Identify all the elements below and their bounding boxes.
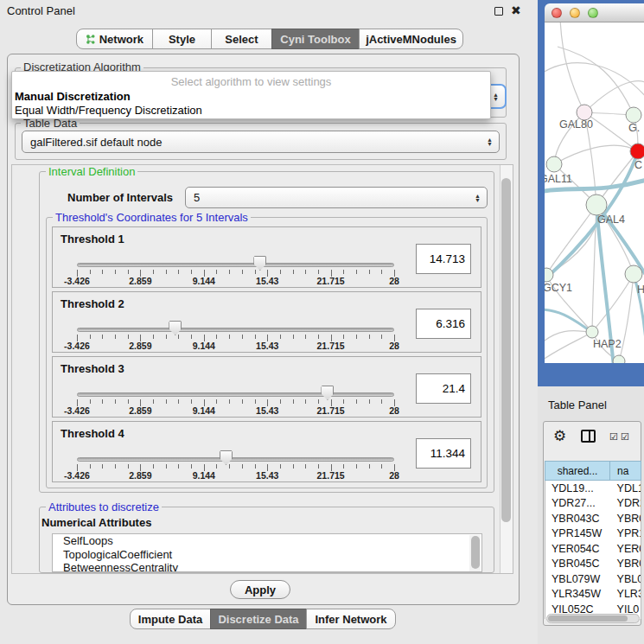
- cell-shared-name[interactable]: YBR043C: [545, 511, 610, 526]
- close-traffic-light-icon[interactable]: [552, 8, 562, 18]
- network-node-gal4[interactable]: [586, 194, 607, 215]
- close-icon[interactable]: ✖: [511, 3, 521, 17]
- network-view-canvas[interactable]: GAL80G.CGAL11GAL4GCY1HHAP2: [545, 22, 644, 363]
- cell-shared-name[interactable]: YBR045C: [545, 557, 610, 572]
- table-row[interactable]: YER054CYER0: [545, 541, 641, 557]
- network-node-g[interactable]: [626, 107, 641, 123]
- tick-mark: [242, 464, 243, 469]
- cell-name[interactable]: YDR2: [610, 496, 641, 512]
- threshold-slider-track[interactable]: [77, 457, 394, 462]
- tick-mark: [318, 464, 319, 469]
- tick-mark: [128, 335, 129, 339]
- threshold-slider-thumb[interactable]: [253, 256, 266, 271]
- numerical-attributes-list[interactable]: SelfLoopsTopologicalCoefficientBetweenne…: [52, 533, 482, 572]
- table-row[interactable]: YLR345WYLR3: [545, 587, 641, 603]
- table-data-combobox[interactable]: galFiltered.sif default node ▲▼: [22, 131, 500, 153]
- checkbox-icon[interactable]: ☑: [621, 431, 629, 443]
- tick-mark: [318, 335, 319, 339]
- tab-label: Discretize Data: [218, 613, 298, 626]
- tab-cyni-toolbox[interactable]: Cyni Toolbox: [271, 29, 360, 49]
- number-of-intervals-combobox[interactable]: 5 ▲▼: [185, 187, 488, 208]
- scrollbar-thumb[interactable]: [548, 615, 628, 622]
- column-header-name[interactable]: na: [610, 461, 641, 481]
- network-node-c[interactable]: [630, 143, 644, 159]
- cell-shared-name[interactable]: YER054C: [545, 541, 610, 557]
- table-row[interactable]: YDL19...YDL1: [545, 481, 641, 496]
- scrollbar-thumb[interactable]: [471, 536, 480, 569]
- cell-shared-name[interactable]: YDL19...: [545, 481, 610, 496]
- tick-label: 15.43: [256, 341, 278, 351]
- tick-mark: [369, 335, 370, 339]
- threshold-slider-thumb[interactable]: [321, 386, 334, 400]
- tab-discretize-data[interactable]: Discretize Data: [210, 609, 307, 629]
- tick-label: 21.715: [317, 276, 345, 286]
- tick-mark: [343, 399, 344, 404]
- tab-impute-data[interactable]: Impute Data: [130, 609, 211, 629]
- network-node-gcy1[interactable]: [545, 268, 553, 282]
- tick-mark: [343, 270, 344, 274]
- threshold-value-field[interactable]: 21.4: [416, 373, 471, 404]
- network-window-titlebar[interactable]: [545, 3, 644, 22]
- threshold-value-field[interactable]: 11.344: [416, 438, 471, 469]
- cell-name[interactable]: YDL1: [610, 481, 641, 496]
- attribute-list-item[interactable]: BetweennessCentrality: [53, 561, 481, 572]
- gear-icon[interactable]: ⚙: [553, 427, 566, 445]
- slider-tick-labels: -3.4262.8599.14415.4321.71528: [77, 470, 394, 481]
- dropdown-item-equal-width-frequency[interactable]: Equal Width/Frequency Discretization: [15, 104, 202, 117]
- tab-style[interactable]: Style: [152, 29, 212, 49]
- threshold-value-field[interactable]: 6.316: [416, 309, 471, 339]
- tick-label: 28: [389, 405, 399, 416]
- cell-shared-name[interactable]: YLR345W: [545, 587, 610, 603]
- threshold-slider-thumb[interactable]: [169, 321, 182, 335]
- tick-label: -3.426: [64, 341, 90, 351]
- network-node-hap2[interactable]: [586, 326, 598, 338]
- tab-select[interactable]: Select: [211, 29, 272, 49]
- tick-mark: [255, 464, 256, 469]
- column-header-shared-name[interactable]: shared...: [545, 461, 610, 481]
- cell-name[interactable]: YBL0: [610, 571, 641, 587]
- tick-mark: [242, 270, 243, 274]
- threshold-value-field[interactable]: 14.713: [416, 244, 471, 274]
- threshold-slider-track[interactable]: [77, 328, 394, 332]
- network-node[interactable]: [613, 355, 625, 363]
- table-row[interactable]: YBR045CYBR0: [545, 557, 641, 572]
- minimize-traffic-light-icon[interactable]: [570, 8, 580, 18]
- cell-name[interactable]: YPR1: [610, 526, 641, 542]
- tick-mark: [293, 335, 294, 339]
- network-node-h[interactable]: [625, 265, 642, 283]
- top-tab-bar: NetworkStyleSelectCyni ToolboxjActiveMNo…: [76, 29, 463, 49]
- cell-name[interactable]: YER0: [610, 541, 641, 557]
- cell-shared-name[interactable]: YDR27...: [545, 496, 610, 512]
- table-row[interactable]: YBR043CYBR0: [545, 511, 641, 526]
- threshold-label: Threshold 3: [61, 362, 124, 375]
- scrollbar-thumb[interactable]: [501, 178, 511, 522]
- network-node-gal11[interactable]: [546, 156, 562, 172]
- table-row[interactable]: YPR145WYPR1: [545, 526, 641, 542]
- attribute-list-item[interactable]: SelfLoops: [53, 534, 481, 548]
- float-window-icon[interactable]: [494, 7, 503, 16]
- zoom-traffic-light-icon[interactable]: [588, 8, 598, 18]
- tab-network[interactable]: Network: [76, 29, 153, 49]
- dropdown-item-manual-discretization[interactable]: Manual Discretization: [15, 90, 131, 103]
- cell-name[interactable]: YBR0: [610, 557, 641, 572]
- attribute-list-item[interactable]: TopologicalCoefficient: [53, 548, 481, 562]
- threshold-slider-thumb[interactable]: [220, 450, 233, 465]
- table-row[interactable]: YBL079WYBL0: [545, 571, 641, 587]
- tick-label: 2.859: [129, 405, 151, 416]
- tab-infer-network[interactable]: Infer Network: [306, 609, 396, 629]
- split-columns-icon[interactable]: [581, 430, 596, 443]
- table-rows: YDL19...YDL1YDR27...YDR2YBR043CYBR0YPR14…: [545, 481, 641, 619]
- cell-name[interactable]: YBR0: [610, 511, 641, 526]
- threshold-slider-track[interactable]: [77, 392, 394, 397]
- tab-jactivemnodules[interactable]: jActiveMNodules: [359, 29, 463, 49]
- table-horizontal-scrollbar[interactable]: [546, 614, 640, 623]
- node-table: shared... na YDL19...YDL1YDR27...YDR2YBR…: [545, 461, 641, 619]
- threshold-slider-track[interactable]: [77, 263, 394, 267]
- cell-name[interactable]: YLR3: [610, 587, 641, 603]
- checkbox-icon[interactable]: ☑: [609, 431, 618, 443]
- table-row[interactable]: YDR27...YDR2: [545, 496, 641, 512]
- cell-shared-name[interactable]: YBL079W: [545, 571, 610, 587]
- attributes-scrollbar[interactable]: [469, 535, 481, 572]
- apply-button[interactable]: Apply: [230, 580, 290, 599]
- cell-shared-name[interactable]: YPR145W: [545, 526, 610, 542]
